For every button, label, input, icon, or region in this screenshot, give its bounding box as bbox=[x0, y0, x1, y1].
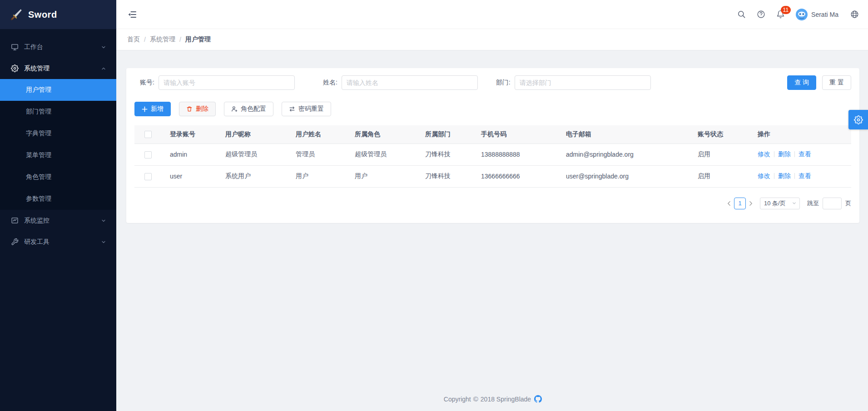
help-icon[interactable] bbox=[757, 10, 765, 19]
sidebar-item-system-mgmt[interactable]: 系统管理 bbox=[0, 58, 116, 79]
content: 账号: 姓名: 部门: 查 询 重 置 bbox=[116, 50, 868, 411]
cell-username: 用户 bbox=[288, 165, 347, 187]
user-name: Serati Ma bbox=[811, 11, 838, 18]
cell-role: 用户 bbox=[347, 165, 417, 187]
submenu-system-mgmt: 用户管理 部门管理 字典管理 菜单管理 角色管理 参数管理 bbox=[0, 79, 116, 210]
col-nickname: 用户昵称 bbox=[217, 125, 288, 144]
row-checkbox[interactable] bbox=[144, 173, 152, 180]
topbar-right: 11 Serati Ma bbox=[737, 9, 859, 20]
cell-status: 启用 bbox=[689, 144, 749, 165]
action-divider bbox=[794, 173, 795, 179]
sidebar-item-user-mgmt[interactable]: 用户管理 bbox=[0, 79, 116, 101]
sidebar-item-label: 系统监控 bbox=[24, 217, 50, 225]
row-checkbox[interactable] bbox=[144, 151, 152, 158]
breadcrumb-current: 用户管理 bbox=[185, 35, 211, 44]
delete-button[interactable]: 删除 bbox=[179, 102, 216, 116]
page-size-value: 10 条/页 bbox=[764, 199, 786, 208]
sidebar-item-workbench[interactable]: 工作台 bbox=[0, 36, 116, 58]
chevron-down-icon bbox=[101, 218, 106, 223]
delete-link[interactable]: 删除 bbox=[778, 150, 791, 158]
dept-select[interactable] bbox=[515, 75, 651, 90]
sword-icon bbox=[10, 8, 23, 21]
table-row: admin 超级管理员 管理员 超级管理员 刀锋科技 13888888888 a… bbox=[134, 144, 851, 165]
col-status: 账号状态 bbox=[689, 125, 749, 144]
page-jump-input[interactable] bbox=[823, 198, 842, 209]
name-input[interactable] bbox=[342, 75, 478, 90]
sidebar-item-system-monitor[interactable]: 系统监控 bbox=[0, 210, 116, 231]
submenu-item-label: 部门管理 bbox=[26, 108, 51, 116]
cell-account: admin bbox=[162, 144, 217, 165]
github-icon[interactable] bbox=[534, 395, 542, 403]
password-reset-button[interactable]: 密码重置 bbox=[282, 102, 331, 116]
view-link[interactable]: 查看 bbox=[799, 172, 811, 179]
main-area: 11 Serati Ma bbox=[116, 0, 868, 411]
sidebar-item-label: 系统管理 bbox=[24, 64, 50, 73]
sidebar-item-dept-mgmt[interactable]: 部门管理 bbox=[0, 101, 116, 123]
sidebar-item-role-mgmt[interactable]: 角色管理 bbox=[0, 166, 116, 188]
action-divider bbox=[774, 151, 774, 157]
breadcrumb-home[interactable]: 首页 bbox=[127, 35, 140, 44]
submenu-item-label: 用户管理 bbox=[26, 86, 51, 94]
sidebar-collapse-icon[interactable] bbox=[127, 10, 137, 20]
footer: Copyright © 2018 SpringBlade bbox=[126, 389, 859, 406]
page-size-select[interactable]: 10 条/页 bbox=[760, 198, 800, 209]
col-role: 所属角色 bbox=[347, 125, 417, 144]
reset-button[interactable]: 重 置 bbox=[822, 75, 851, 90]
page-number-1[interactable]: 1 bbox=[734, 198, 746, 209]
edit-link[interactable]: 修改 bbox=[758, 172, 770, 179]
cell-email: user@springblade.org bbox=[558, 165, 689, 187]
edit-link[interactable]: 修改 bbox=[758, 150, 770, 158]
copyright-suffix: 2018 SpringBlade bbox=[481, 396, 531, 403]
sidebar-item-dev-tools[interactable]: 研发工具 bbox=[0, 231, 116, 253]
breadcrumb-separator: / bbox=[144, 36, 146, 43]
col-phone: 手机号码 bbox=[473, 125, 558, 144]
search-icon[interactable] bbox=[737, 10, 746, 19]
filter-name: 姓名: bbox=[323, 75, 478, 90]
notifications-button[interactable]: 11 bbox=[776, 10, 785, 19]
next-page-button[interactable] bbox=[746, 201, 756, 206]
pagination: 1 10 条/页 跳至 页 bbox=[134, 198, 851, 209]
submenu-item-label: 字典管理 bbox=[26, 129, 51, 138]
cell-actions: 修改删除查看 bbox=[749, 144, 851, 165]
account-input[interactable] bbox=[159, 75, 295, 90]
view-link[interactable]: 查看 bbox=[799, 150, 811, 158]
sidebar: Sword 工作台 系统管理 bbox=[0, 0, 116, 411]
sidebar-nav: 工作台 系统管理 用户管理 部门管理 字典管理 菜单管理 角色管理 参数 bbox=[0, 29, 116, 253]
gear-icon bbox=[854, 115, 863, 124]
trash-icon bbox=[186, 106, 193, 112]
prev-page-button[interactable] bbox=[724, 201, 734, 206]
settings-gear-button[interactable] bbox=[848, 110, 868, 129]
sidebar-item-label: 工作台 bbox=[24, 43, 43, 51]
sidebar-item-menu-mgmt[interactable]: 菜单管理 bbox=[0, 144, 116, 166]
select-all-checkbox[interactable] bbox=[144, 131, 152, 138]
plus-icon bbox=[142, 106, 148, 112]
cell-username: 管理员 bbox=[288, 144, 347, 165]
user-menu[interactable]: Serati Ma bbox=[796, 9, 838, 20]
submenu-item-label: 角色管理 bbox=[26, 173, 51, 181]
breadcrumb-system-mgmt[interactable]: 系统管理 bbox=[150, 35, 175, 44]
cell-phone: 13666666666 bbox=[473, 165, 558, 187]
search-button[interactable]: 查 询 bbox=[787, 75, 816, 90]
dept-label: 部门: bbox=[496, 79, 511, 87]
filter-dept: 部门: bbox=[496, 75, 651, 90]
sidebar-item-dict-mgmt[interactable]: 字典管理 bbox=[0, 123, 116, 144]
cell-dept: 刀锋科技 bbox=[417, 165, 473, 187]
wrench-icon bbox=[11, 238, 19, 246]
cell-account: user bbox=[162, 165, 217, 187]
copyright-icon: © bbox=[473, 395, 478, 403]
cell-actions: 修改删除查看 bbox=[749, 165, 851, 187]
cell-dept: 刀锋科技 bbox=[417, 144, 473, 165]
sidebar-item-param-mgmt[interactable]: 参数管理 bbox=[0, 188, 116, 210]
language-globe-icon[interactable] bbox=[850, 10, 859, 19]
filter-actions: 查 询 重 置 bbox=[787, 75, 851, 90]
submenu-item-label: 参数管理 bbox=[26, 195, 51, 203]
delete-link[interactable]: 删除 bbox=[778, 172, 791, 179]
add-button[interactable]: 新增 bbox=[134, 102, 171, 116]
filter-account: 账号: bbox=[140, 75, 295, 90]
gear-icon bbox=[11, 64, 19, 73]
role-config-button[interactable]: 角色配置 bbox=[224, 102, 273, 116]
col-dept: 所属部门 bbox=[417, 125, 473, 144]
app-logo[interactable]: Sword bbox=[0, 0, 116, 29]
topbar: 11 Serati Ma bbox=[116, 0, 868, 29]
page-jump: 跳至 页 bbox=[807, 198, 851, 209]
